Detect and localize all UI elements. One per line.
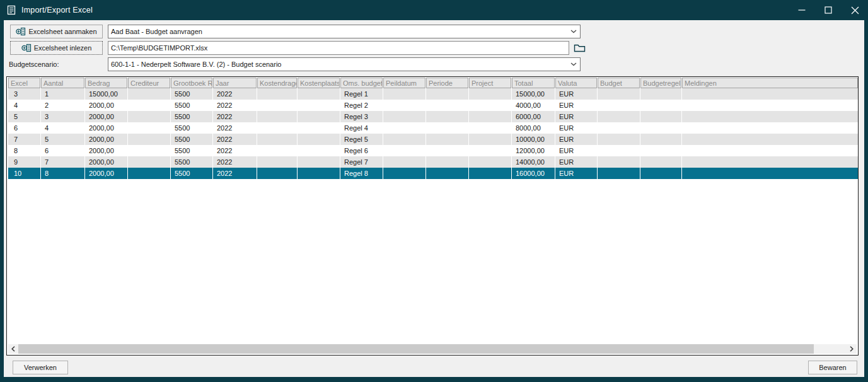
- grid-cell[interactable]: [298, 168, 340, 179]
- grid-cell[interactable]: [383, 100, 425, 111]
- column-header-totaal[interactable]: Totaal: [512, 78, 555, 88]
- grid-cell[interactable]: 15000,00: [512, 88, 555, 100]
- grid-cell[interactable]: 5500: [171, 111, 212, 122]
- grid-cell[interactable]: [426, 134, 468, 145]
- grid-cell[interactable]: 2000,00: [85, 122, 127, 134]
- grid-cell[interactable]: [128, 122, 170, 134]
- grid-cell[interactable]: [426, 100, 468, 111]
- column-header-meldingen[interactable]: Meldingen: [682, 78, 858, 88]
- close-button[interactable]: [842, 0, 868, 20]
- grid-cell[interactable]: 2: [41, 100, 84, 111]
- grid-cell[interactable]: 2022: [213, 122, 257, 134]
- column-header-budget[interactable]: Budget: [598, 78, 640, 88]
- table-row[interactable]: 972000,0055002022Regel 714000,00EUR: [8, 156, 858, 168]
- grid-cell[interactable]: [640, 168, 681, 179]
- grid-cell[interactable]: 2022: [213, 111, 257, 122]
- sheet-select[interactable]: Aad Baat - Budget aanvragen: [108, 25, 581, 38]
- table-row[interactable]: 532000,0055002022Regel 36000,00EUR: [8, 111, 858, 122]
- grid-cell[interactable]: [257, 122, 297, 134]
- grid-cell[interactable]: Regel 6: [340, 145, 383, 156]
- grid-cell[interactable]: 7: [8, 134, 40, 145]
- grid-cell[interactable]: 16000,00: [512, 168, 555, 179]
- excelsheet-aanmaken-button[interactable]: Excelsheet aanmaken: [10, 25, 103, 38]
- grid-cell[interactable]: [257, 156, 297, 168]
- grid-cell[interactable]: 2022: [213, 145, 257, 156]
- grid-cell[interactable]: Regel 4: [340, 122, 383, 134]
- bewaren-button[interactable]: Bewaren: [808, 361, 857, 374]
- grid-cell[interactable]: [469, 134, 511, 145]
- minimize-button[interactable]: [789, 0, 815, 20]
- grid-cell[interactable]: Regel 1: [340, 88, 383, 100]
- grid-cell[interactable]: [640, 156, 681, 168]
- grid-cell[interactable]: EUR: [555, 156, 597, 168]
- scrollbar-track[interactable]: [18, 344, 847, 354]
- grid-cell[interactable]: [426, 111, 468, 122]
- grid-cell[interactable]: 2022: [213, 156, 257, 168]
- grid-cell[interactable]: 4: [41, 122, 84, 134]
- column-header-kostendrager[interactable]: Kostendrage: [257, 78, 297, 88]
- grid-cell[interactable]: [682, 122, 858, 134]
- grid-cell[interactable]: [426, 168, 468, 179]
- file-path-input[interactable]: [108, 41, 569, 55]
- grid-cell[interactable]: 5500: [171, 88, 212, 100]
- grid-cell[interactable]: [640, 88, 681, 100]
- grid-cell[interactable]: [469, 156, 511, 168]
- grid-cell[interactable]: [682, 111, 858, 122]
- grid-cell[interactable]: [598, 111, 640, 122]
- grid-cell[interactable]: [257, 168, 297, 179]
- budgetscenario-select[interactable]: 600-1-1 - Nederpelt Software B.V. (2) - …: [108, 57, 581, 71]
- grid-cell[interactable]: 15000,00: [85, 88, 127, 100]
- grid-cell[interactable]: EUR: [555, 88, 597, 100]
- grid-cell[interactable]: [128, 88, 170, 100]
- grid-cell[interactable]: [257, 88, 297, 100]
- grid-cell[interactable]: 8000,00: [512, 122, 555, 134]
- column-header-periode[interactable]: Periode: [426, 78, 468, 88]
- grid-cell[interactable]: [682, 145, 858, 156]
- grid-cell[interactable]: [298, 122, 340, 134]
- grid-cell[interactable]: [128, 156, 170, 168]
- grid-cell[interactable]: [598, 168, 640, 179]
- grid-cell[interactable]: [598, 156, 640, 168]
- column-header-project[interactable]: Project: [469, 78, 511, 88]
- grid-cell[interactable]: [257, 134, 297, 145]
- grid-cell[interactable]: 5500: [171, 156, 212, 168]
- grid-cell[interactable]: 5500: [171, 134, 212, 145]
- column-header-oms_budget[interactable]: Oms. budget: [340, 78, 383, 88]
- grid-cell[interactable]: [598, 145, 640, 156]
- grid-cell[interactable]: [128, 168, 170, 179]
- grid-cell[interactable]: [640, 134, 681, 145]
- column-header-crediteur[interactable]: Crediteur: [128, 78, 170, 88]
- grid-cell[interactable]: Regel 7: [340, 156, 383, 168]
- grid-cell[interactable]: 6000,00: [512, 111, 555, 122]
- grid-cell[interactable]: 2000,00: [85, 100, 127, 111]
- grid-cell[interactable]: [257, 145, 297, 156]
- grid-cell[interactable]: [469, 145, 511, 156]
- column-header-budgetregel[interactable]: Budgetregel: [640, 78, 681, 88]
- grid-cell[interactable]: EUR: [555, 168, 597, 179]
- grid-cell[interactable]: [640, 145, 681, 156]
- grid-cell[interactable]: 10: [8, 168, 40, 179]
- grid-cell[interactable]: [128, 134, 170, 145]
- column-header-aantal[interactable]: Aantal: [41, 78, 84, 88]
- grid-cell[interactable]: [682, 88, 858, 100]
- verwerken-button[interactable]: Verwerken: [13, 361, 68, 374]
- grid-cell[interactable]: EUR: [555, 134, 597, 145]
- grid-cell[interactable]: 5500: [171, 145, 212, 156]
- maximize-button[interactable]: [815, 0, 842, 20]
- grid-cell[interactable]: [682, 168, 858, 179]
- grid-cell[interactable]: [383, 156, 425, 168]
- grid-cell[interactable]: 9: [8, 156, 40, 168]
- grid-cell[interactable]: [469, 111, 511, 122]
- grid-cell[interactable]: [426, 88, 468, 100]
- grid-cell[interactable]: Regel 5: [340, 134, 383, 145]
- grid-cell[interactable]: EUR: [555, 100, 597, 111]
- table-row[interactable]: 642000,0055002022Regel 48000,00EUR: [8, 122, 858, 134]
- grid-cell[interactable]: [128, 145, 170, 156]
- grid-cell[interactable]: [257, 100, 297, 111]
- grid-cell[interactable]: [298, 134, 340, 145]
- grid-cell[interactable]: 1: [41, 88, 84, 100]
- column-header-valuta[interactable]: Valuta: [555, 78, 597, 88]
- grid-cell[interactable]: [383, 111, 425, 122]
- grid-cell[interactable]: 14000,00: [512, 156, 555, 168]
- grid-cell[interactable]: [682, 156, 858, 168]
